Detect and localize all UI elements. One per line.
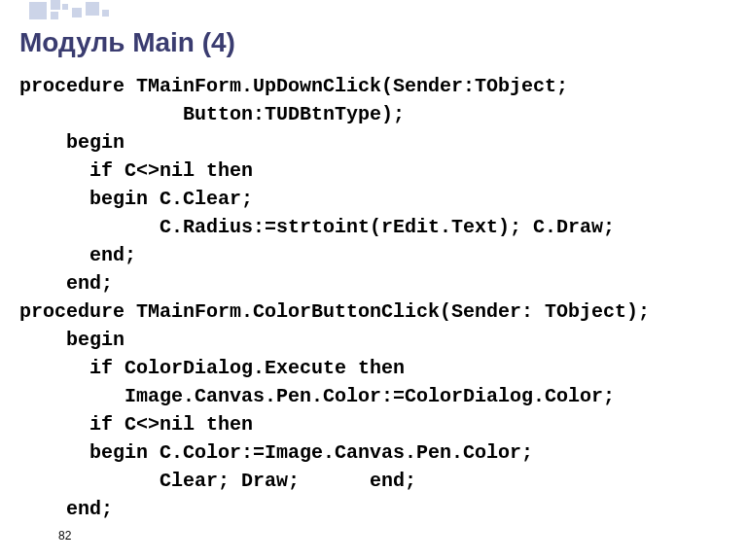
slide-title: Модуль Main (4)	[19, 27, 728, 58]
code-block: procedure TMainForm.UpDownClick(Sender:T…	[19, 72, 728, 523]
page-number: 82	[58, 529, 71, 542]
slide-decoration	[29, 0, 117, 19]
